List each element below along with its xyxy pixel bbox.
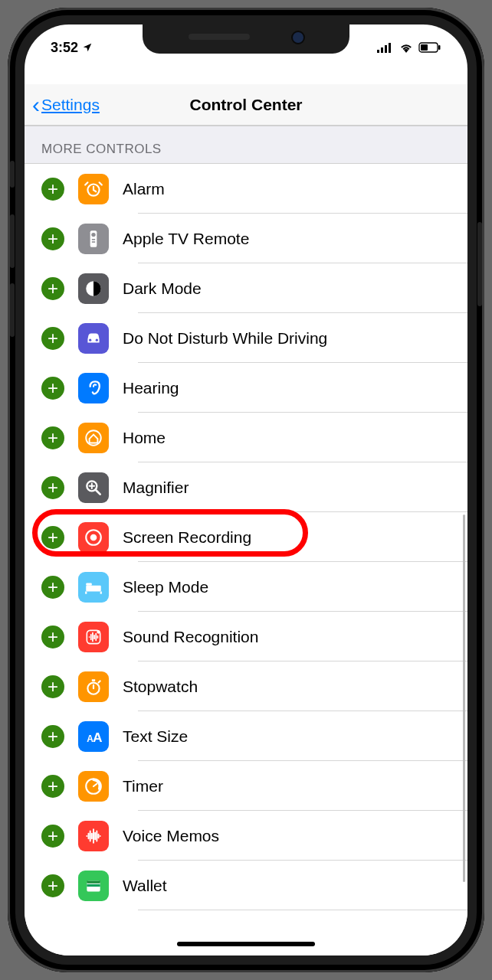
control-row-voice[interactable]: +Voice Memos [25,811,467,861]
control-label: Stopwatch [123,678,198,696]
plus-icon: + [48,429,58,447]
control-row-timer[interactable]: +Timer [25,761,467,811]
add-button[interactable]: + [41,874,64,897]
chevron-left-icon: ‹ [32,93,40,116]
control-row-bed[interactable]: +Sleep Mode [25,562,467,612]
add-button[interactable]: + [41,227,64,250]
control-row-alarm[interactable]: +Alarm [25,164,467,214]
sound-icon [78,622,109,652]
plus-icon: + [48,628,58,646]
mute-switch [10,161,15,188]
wallet-icon [78,871,109,901]
add-button[interactable]: + [41,825,64,848]
back-button[interactable]: ‹ Settings [32,93,100,116]
plus-icon: + [48,727,58,746]
plus-icon: + [48,379,58,397]
control-row-stopwatch[interactable]: +Stopwatch [25,662,467,711]
back-label: Settings [41,96,100,114]
svg-rect-11 [92,241,95,243]
svg-rect-10 [92,239,95,240]
add-button[interactable]: + [41,675,64,698]
control-label: Sound Recognition [123,628,258,646]
textsize-icon: AA [78,721,109,752]
control-row-textsize[interactable]: +AAText Size [25,711,467,761]
add-button[interactable]: + [41,526,64,549]
darkmode-icon [78,273,109,304]
add-button[interactable]: + [41,476,64,499]
add-button[interactable]: + [41,277,64,300]
plus-icon: + [48,678,58,696]
control-label: Text Size [123,727,188,746]
plus-icon: + [48,279,58,298]
home-indicator[interactable] [177,942,315,946]
control-row-remote[interactable]: +Apple TV Remote [25,214,467,263]
add-button[interactable]: + [41,775,64,798]
control-row-record[interactable]: +Screen Recording [25,512,467,562]
nav-bar: ‹ Settings Control Center [25,84,467,126]
svg-point-13 [89,338,91,341]
plus-icon: + [48,329,58,348]
add-button[interactable]: + [41,426,64,449]
control-label: Apple TV Remote [123,230,249,248]
svg-rect-3 [389,43,391,53]
power-button [477,222,482,306]
screen: 3:52 [25,24,467,956]
remote-icon [78,224,109,254]
control-label: Alarm [123,180,165,198]
timer-icon [78,771,109,802]
svg-rect-24 [92,679,95,681]
add-button[interactable]: + [41,725,64,748]
record-icon [78,522,109,553]
add-button[interactable]: + [41,576,64,599]
voice-icon [78,821,109,851]
control-label: Wallet [123,877,167,895]
section-header: MORE CONTROLS [25,126,467,164]
svg-rect-20 [86,583,92,585]
volume-down-button [10,283,15,337]
bed-icon [78,572,109,603]
wifi-icon [399,42,414,53]
control-row-car[interactable]: +Do Not Disturb While Driving [25,313,467,363]
status-bar: 3:52 [25,36,467,59]
control-label: Magnifier [123,479,189,497]
plus-icon: + [48,479,58,497]
control-label: Screen Recording [123,528,251,547]
volume-up-button [10,214,15,268]
controls-list[interactable]: +Alarm+Apple TV Remote+Dark Mode+Do Not … [25,164,467,956]
control-row-sound[interactable]: +Sound Recognition [25,612,467,662]
svg-rect-5 [421,44,428,51]
control-row-wallet[interactable]: +Wallet [25,861,467,910]
add-button[interactable]: + [41,626,64,648]
status-time: 3:52 [51,40,78,56]
stopwatch-icon [78,671,109,702]
ear-icon [78,373,109,403]
phone-frame: 3:52 [8,8,484,972]
location-icon [82,42,93,53]
svg-point-14 [96,338,98,341]
control-label: Hearing [123,379,179,397]
add-button[interactable]: + [41,327,64,350]
control-row-ear[interactable]: +Hearing [25,363,467,413]
control-row-darkmode[interactable]: +Dark Mode [25,263,467,313]
magnifier-icon [78,472,109,503]
control-row-home[interactable]: +Home [25,413,467,462]
plus-icon: + [48,230,58,248]
car-icon [78,323,109,354]
add-button[interactable]: + [41,178,64,201]
svg-point-18 [90,534,97,541]
plus-icon: + [48,827,58,845]
svg-rect-6 [438,45,441,50]
svg-point-9 [91,232,95,236]
plus-icon: + [48,877,58,895]
add-button[interactable]: + [41,377,64,400]
plus-icon: + [48,777,58,795]
svg-rect-29 [87,880,100,883]
svg-point-22 [97,630,100,633]
svg-text:A: A [93,729,103,744]
scroll-indicator[interactable] [463,514,465,882]
svg-rect-30 [87,884,100,886]
svg-rect-0 [377,50,379,53]
alarm-icon [78,174,109,204]
control-row-magnifier[interactable]: +Magnifier [25,462,467,512]
control-label: Sleep Mode [123,578,208,596]
